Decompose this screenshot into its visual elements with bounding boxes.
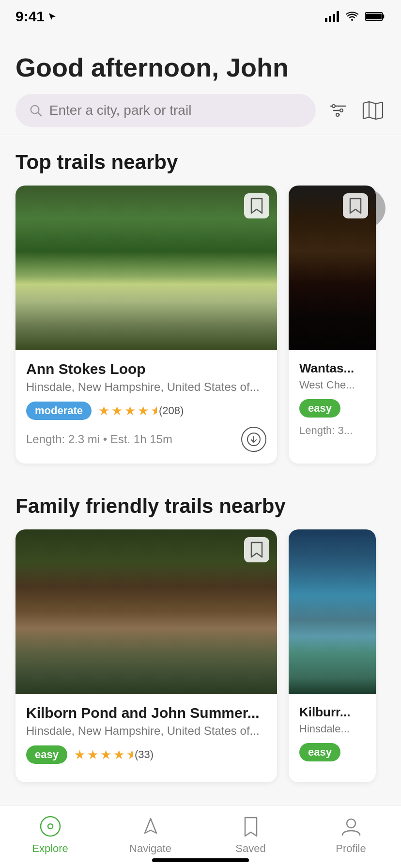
top-trails-section: Top trails nearby Ann Stokes Loop Hinsda… (0, 135, 401, 479)
svg-point-14 (48, 824, 53, 829)
difficulty-badge: moderate (26, 402, 92, 420)
filter-button[interactable] (325, 98, 351, 123)
battery-icon (365, 11, 386, 22)
star-3: ★ (124, 403, 136, 418)
trail-name-wantas: Wantas... (299, 361, 365, 376)
trail-location: Hinsdale, New Hampshire, United States o… (26, 380, 266, 394)
status-bar: 9:41 (0, 0, 401, 29)
download-icon (247, 433, 261, 446)
svg-point-15 (347, 819, 355, 828)
trail-meta-kilburn2: easy (299, 743, 365, 761)
trail-name-kilburn2: Kilburr... (299, 705, 365, 720)
tab-navigate-label: Navigate (129, 842, 171, 855)
trail-card-ann-stokes[interactable]: Ann Stokes Loop Hinsdale, New Hampshire,… (15, 186, 277, 464)
tab-navigate[interactable]: Navigate (100, 814, 200, 855)
trail-image-kilborn (15, 529, 277, 694)
trail-time: Est. 1h 15m (110, 433, 172, 446)
difficulty-badge-kilborn: easy (26, 745, 67, 764)
navigate-icon (139, 814, 163, 838)
map-icon (362, 101, 384, 120)
tab-explore[interactable]: Explore (0, 814, 100, 855)
star-rating-kilborn: ★ ★ ★ ★ ★ (33) (74, 747, 154, 762)
search-bar[interactable] (15, 94, 316, 127)
trail-card-kilburn2[interactable]: Kilburr... Hinsdale... easy (289, 529, 376, 782)
explore-svg (39, 815, 62, 838)
bookmark-button-ann-stokes[interactable] (244, 193, 269, 218)
top-trails-scroll[interactable]: Ann Stokes Loop Hinsdale, New Hampshire,… (0, 186, 401, 479)
star-4: ★ (138, 403, 149, 418)
status-icons (325, 11, 386, 22)
wifi-icon (346, 11, 358, 22)
trail-info-ann-stokes: Ann Stokes Loop Hinsdale, New Hampshire,… (15, 350, 277, 464)
profile-svg (339, 815, 363, 838)
family-trails-title: Family friendly trails nearby (0, 479, 401, 529)
tab-profile-label: Profile (336, 842, 366, 855)
explore-icon (38, 814, 62, 838)
trail-info-wantas: Wantas... West Che... easy Length: 3... (289, 350, 376, 449)
filter-icon (329, 101, 347, 120)
trail-meta-row: moderate ★ ★ ★ ★ ★ (208) (26, 402, 266, 420)
star-1: ★ (98, 403, 109, 418)
profile-icon (339, 814, 363, 838)
trail-meta-wantas: easy (299, 399, 365, 418)
saved-icon (239, 814, 263, 838)
trail-image-kilburn2 (289, 529, 376, 694)
bookmark-icon-3 (250, 542, 263, 558)
tab-profile[interactable]: Profile (301, 814, 401, 855)
saved-svg (239, 815, 262, 838)
top-trails-title: Top trails nearby (0, 135, 401, 186)
tab-saved[interactable]: Saved (200, 814, 301, 855)
tab-explore-label: Explore (32, 842, 68, 855)
svg-point-9 (336, 113, 339, 116)
trail-length-label: Length: (26, 433, 68, 446)
star-5-half: ★ (151, 403, 157, 418)
location-arrow-icon (47, 12, 57, 21)
trail-info-kilborn: Kilborn Pond and John Summer... Hinsdale… (15, 694, 277, 782)
bookmark-button-kilborn[interactable] (244, 537, 269, 562)
review-count: (208) (159, 404, 184, 417)
download-button-ann-stokes[interactable] (241, 427, 266, 452)
status-time: 9:41 (15, 8, 57, 25)
bookmark-icon-2 (349, 198, 362, 214)
trail-meta-kilborn: easy ★ ★ ★ ★ ★ (33) (26, 745, 266, 764)
trail-location-kilborn: Hinsdale, New Hampshire, United States o… (26, 724, 266, 738)
bookmark-icon (250, 198, 263, 214)
home-indicator (152, 858, 249, 862)
trail-card-kilborn[interactable]: Kilborn Pond and John Summer... Hinsdale… (15, 529, 277, 782)
family-trails-scroll[interactable]: Kilborn Pond and John Summer... Hinsdale… (0, 529, 401, 798)
trail-info-kilburn2: Kilburr... Hinsdale... easy (289, 694, 376, 780)
trail-location-kilburn2: Hinsdale... (299, 723, 365, 735)
trail-stats-row: Length: 2.3 mi • Est. 1h 15m (26, 427, 266, 452)
trail-name-kilborn: Kilborn Pond and John Summer... (26, 705, 266, 721)
trail-sep: • (103, 433, 110, 446)
map-button[interactable] (360, 98, 386, 123)
svg-point-7 (332, 105, 335, 108)
greeting-section: Good afternoon, John (0, 29, 401, 94)
trail-image-wantas (289, 186, 376, 350)
trail-card-wantas[interactable]: Wantas... West Che... easy Length: 3... (289, 186, 376, 464)
trail-length: 2.3 mi (68, 433, 100, 446)
star-2: ★ (111, 403, 123, 418)
search-input[interactable] (49, 103, 302, 118)
svg-point-8 (340, 109, 343, 112)
trail-stats-wantas: Length: 3... (299, 424, 365, 437)
navigate-svg (139, 815, 162, 838)
tab-saved-label: Saved (235, 842, 265, 855)
search-icon (29, 103, 43, 118)
greeting-text: Good afternoon, John (15, 52, 386, 82)
trail-image-ann-stokes (15, 186, 277, 350)
review-count-kilborn: (33) (135, 748, 154, 761)
search-area (0, 94, 401, 127)
star-rating: ★ ★ ★ ★ ★ (208) (98, 403, 184, 418)
bookmark-button-wantas[interactable] (343, 193, 368, 218)
trail-location-wantas: West Che... (299, 379, 365, 391)
trail-stats: Length: 2.3 mi • Est. 1h 15m (26, 433, 172, 446)
svg-point-13 (41, 817, 60, 836)
svg-rect-1 (366, 14, 382, 19)
difficulty-badge-kilburn2: easy (299, 743, 340, 761)
family-trails-section: Family friendly trails nearby Kilborn Po… (0, 479, 401, 798)
difficulty-badge-wantas: easy (299, 399, 340, 418)
svg-line-3 (38, 113, 41, 116)
signal-bars (325, 11, 339, 22)
trail-name: Ann Stokes Loop (26, 361, 266, 377)
